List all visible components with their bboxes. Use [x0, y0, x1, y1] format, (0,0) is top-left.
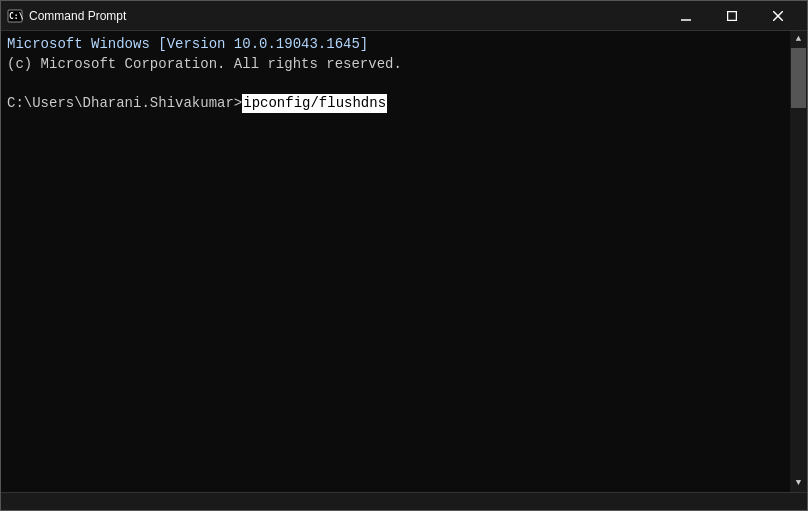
status-bar	[1, 492, 807, 510]
scroll-down-arrow[interactable]: ▼	[790, 475, 807, 492]
window-controls	[663, 1, 801, 31]
scrollbar-thumb[interactable]	[791, 48, 806, 108]
blank-line	[7, 74, 801, 94]
scrollbar[interactable]: ▲ ▼	[790, 31, 807, 492]
prompt-prefix: C:\Users\Dharani.Shivakumar>	[7, 94, 242, 114]
close-button[interactable]	[755, 1, 801, 31]
cmd-window: C:\ Command Prompt Microsoft Windows [Ve…	[0, 0, 808, 511]
scroll-up-arrow[interactable]: ▲	[790, 31, 807, 48]
minimize-button[interactable]	[663, 1, 709, 31]
windows-version-line: Microsoft Windows [Version 10.0.19043.16…	[7, 35, 801, 55]
title-bar: C:\ Command Prompt	[1, 1, 807, 31]
command-text: ipconfig/flushdns	[242, 94, 387, 114]
copyright-line: (c) Microsoft Corporation. All rights re…	[7, 55, 801, 75]
svg-rect-3	[728, 11, 737, 20]
scrollbar-track	[790, 48, 807, 475]
terminal-body[interactable]: Microsoft Windows [Version 10.0.19043.16…	[1, 31, 807, 492]
maximize-button[interactable]	[709, 1, 755, 31]
prompt-line: C:\Users\Dharani.Shivakumar> ipconfig/fl…	[7, 94, 801, 114]
svg-text:C:\: C:\	[9, 12, 23, 21]
cmd-icon: C:\	[7, 8, 23, 24]
window-title: Command Prompt	[29, 9, 663, 23]
